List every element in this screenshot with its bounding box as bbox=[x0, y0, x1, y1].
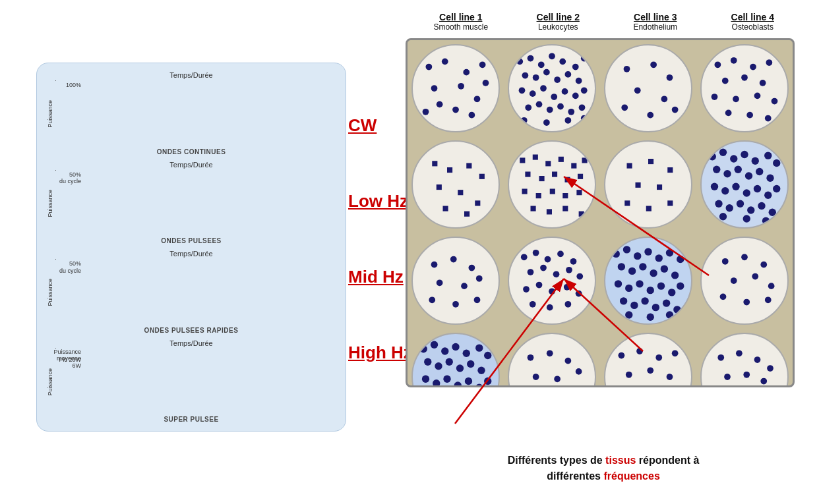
svg-rect-116 bbox=[636, 182, 641, 188]
svg-point-42 bbox=[554, 76, 561, 83]
svg-point-249 bbox=[554, 376, 561, 382]
svg-point-129 bbox=[723, 170, 731, 177]
chart-cw-title: Temps/Durée bbox=[47, 71, 336, 79]
svg-point-20 bbox=[426, 64, 433, 70]
svg-point-50 bbox=[572, 93, 579, 99]
svg-point-162 bbox=[557, 251, 564, 258]
svg-point-145 bbox=[758, 202, 765, 210]
svg-point-40 bbox=[533, 74, 539, 81]
left-panel: Temps/Durée Puissance 100% ONDES CONTINU… bbox=[36, 63, 346, 432]
chart-mid-title: Temps/Durée bbox=[47, 250, 336, 258]
svg-point-202 bbox=[673, 306, 681, 313]
svg-point-79 bbox=[754, 93, 761, 99]
svg-rect-95 bbox=[545, 161, 551, 166]
svg-point-136 bbox=[732, 183, 739, 190]
svg-point-131 bbox=[745, 172, 752, 179]
svg-point-204 bbox=[647, 314, 654, 321]
svg-point-182 bbox=[666, 249, 673, 256]
y-axis-label-high: Puissance bbox=[47, 349, 53, 415]
svg-point-272 bbox=[760, 378, 767, 385]
svg-point-67 bbox=[621, 104, 628, 111]
svg-point-234 bbox=[484, 378, 491, 385]
well-1-1 bbox=[408, 40, 504, 136]
svg-point-180 bbox=[644, 248, 652, 255]
svg-point-35 bbox=[549, 53, 555, 59]
svg-point-167 bbox=[566, 267, 572, 273]
svg-point-178 bbox=[623, 246, 630, 253]
chart-high-label: SUPER PULSEE bbox=[47, 416, 336, 423]
well-1-4 bbox=[696, 40, 793, 136]
svg-point-179 bbox=[634, 252, 641, 260]
svg-point-185 bbox=[628, 267, 636, 275]
svg-rect-97 bbox=[571, 163, 576, 169]
svg-point-198 bbox=[630, 302, 638, 309]
bottom-text: Différents types de tissus répondent à d… bbox=[406, 453, 801, 484]
svg-point-48 bbox=[551, 94, 557, 100]
svg-point-231 bbox=[454, 381, 462, 387]
svg-point-43 bbox=[565, 71, 572, 78]
svg-point-24 bbox=[431, 85, 438, 92]
well-2-2 bbox=[504, 136, 600, 233]
svg-rect-86 bbox=[466, 163, 471, 169]
svg-point-257 bbox=[626, 372, 632, 378]
svg-point-122 bbox=[719, 149, 727, 156]
svg-point-159 bbox=[521, 254, 528, 260]
svg-rect-117 bbox=[657, 184, 662, 190]
svg-point-215 bbox=[420, 345, 427, 352]
svg-point-253 bbox=[619, 352, 625, 359]
y-axis-label-cw: Puissance bbox=[47, 80, 53, 147]
percent-high-moy: Puissancemoyenne 6W bbox=[53, 349, 81, 370]
svg-point-245 bbox=[547, 350, 553, 356]
svg-point-29 bbox=[469, 112, 475, 119]
col-subtitle-4: Osteoblasts bbox=[713, 22, 792, 32]
svg-point-209 bbox=[731, 277, 737, 284]
svg-point-158 bbox=[474, 296, 481, 303]
svg-point-207 bbox=[741, 254, 748, 260]
svg-point-229 bbox=[433, 379, 440, 387]
svg-point-61 bbox=[581, 115, 588, 122]
svg-point-141 bbox=[715, 200, 722, 208]
svg-point-184 bbox=[618, 263, 625, 270]
svg-point-160 bbox=[533, 250, 539, 256]
svg-point-140 bbox=[773, 185, 780, 192]
svg-rect-120 bbox=[667, 200, 673, 206]
svg-point-138 bbox=[754, 185, 761, 192]
svg-point-59 bbox=[543, 119, 550, 126]
svg-point-222 bbox=[424, 358, 431, 366]
chart-high: Temps/Durée Puissance bbox=[47, 338, 336, 425]
col-title-4: Cell line 4 bbox=[713, 12, 792, 22]
col-header-1: Cell line 1 Smooth muscle bbox=[421, 12, 501, 32]
svg-point-135 bbox=[721, 187, 729, 194]
svg-point-146 bbox=[769, 209, 776, 216]
svg-point-82 bbox=[746, 112, 753, 119]
svg-rect-119 bbox=[646, 206, 652, 211]
svg-point-166 bbox=[553, 271, 560, 277]
well-1-3 bbox=[600, 40, 696, 136]
svg-point-77 bbox=[712, 94, 718, 100]
bottom-text-part3: différentes bbox=[547, 470, 603, 482]
svg-point-216 bbox=[431, 341, 438, 349]
svg-point-174 bbox=[530, 301, 536, 308]
svg-point-156 bbox=[429, 296, 435, 303]
svg-point-130 bbox=[735, 166, 742, 173]
svg-point-81 bbox=[725, 110, 732, 117]
svg-point-123 bbox=[730, 155, 737, 162]
svg-rect-99 bbox=[525, 172, 530, 177]
svg-point-137 bbox=[743, 189, 750, 196]
svg-point-194 bbox=[657, 282, 665, 289]
svg-point-28 bbox=[452, 107, 459, 113]
svg-point-197 bbox=[620, 297, 627, 304]
svg-point-153 bbox=[437, 279, 443, 286]
percent-cw: 100% bbox=[66, 82, 81, 89]
svg-point-188 bbox=[661, 265, 668, 272]
svg-point-173 bbox=[576, 291, 582, 297]
well-3-1 bbox=[408, 233, 504, 329]
col-header-2: Cell line 2 Leukocytes bbox=[518, 12, 597, 32]
col-title-2: Cell line 2 bbox=[518, 12, 597, 22]
svg-point-32 bbox=[516, 59, 523, 65]
svg-rect-118 bbox=[624, 200, 630, 206]
well-2-4 bbox=[696, 136, 793, 233]
svg-rect-104 bbox=[522, 189, 528, 194]
svg-point-164 bbox=[528, 269, 534, 275]
svg-point-142 bbox=[726, 204, 733, 211]
